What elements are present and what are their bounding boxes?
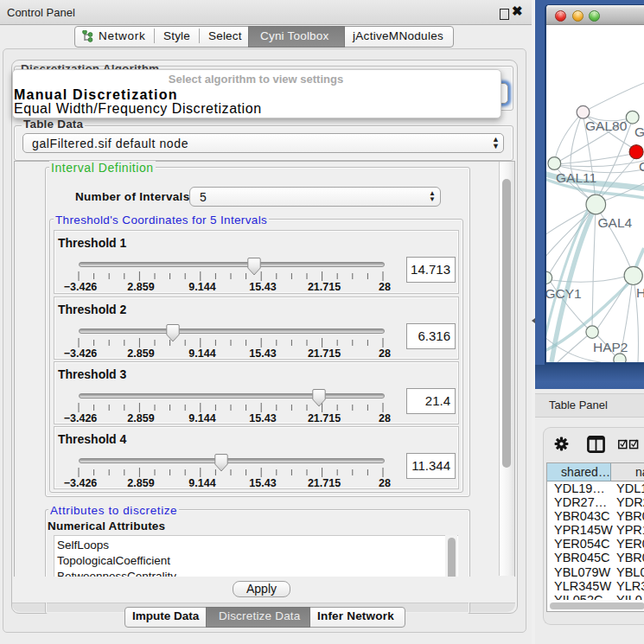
svg-text:HAP2: HAP2 (593, 340, 628, 354)
svg-text:C: C (639, 159, 644, 174)
svg-text:GCY1: GCY1 (546, 286, 582, 301)
svg-text:GAL80: GAL80 (585, 118, 628, 133)
svg-text:GAL11: GAL11 (556, 170, 596, 185)
svg-text:H: H (636, 285, 644, 300)
svg-text:GAL4: GAL4 (598, 215, 633, 230)
svg-text:GA: GA (634, 124, 644, 139)
